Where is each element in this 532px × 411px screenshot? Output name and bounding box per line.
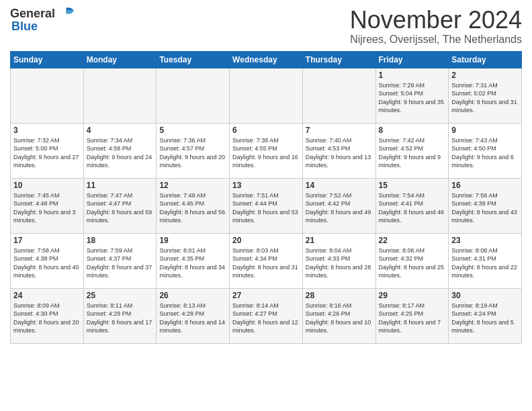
- logo-bird-icon: [56, 7, 75, 21]
- day-number: 29: [379, 291, 446, 300]
- month-title: November 2024: [350, 7, 522, 34]
- table-row: 5Sunrise: 7:36 AM Sunset: 4:57 PM Daylig…: [157, 123, 230, 178]
- day-info: Sunrise: 8:08 AM Sunset: 4:31 PM Dayligh…: [451, 246, 519, 280]
- table-row: 2Sunrise: 7:31 AM Sunset: 5:02 PM Daylig…: [449, 68, 522, 123]
- day-info: Sunrise: 7:32 AM Sunset: 5:00 PM Dayligh…: [13, 136, 81, 170]
- header-saturday: Saturday: [449, 51, 522, 68]
- logo: General Blue: [10, 7, 75, 34]
- table-row: 20Sunrise: 8:03 AM Sunset: 4:34 PM Dayli…: [230, 233, 303, 288]
- day-info: Sunrise: 7:49 AM Sunset: 4:45 PM Dayligh…: [159, 191, 226, 225]
- day-number: 19: [159, 236, 226, 245]
- day-info: Sunrise: 7:54 AM Sunset: 4:41 PM Dayligh…: [379, 191, 446, 225]
- table-row: [11, 68, 84, 123]
- day-number: 22: [379, 236, 446, 245]
- table-row: 4Sunrise: 7:34 AM Sunset: 4:58 PM Daylig…: [83, 123, 157, 178]
- day-number: 7: [306, 126, 373, 135]
- header-monday: Monday: [83, 51, 157, 68]
- day-info: Sunrise: 7:56 AM Sunset: 4:39 PM Dayligh…: [451, 191, 519, 225]
- table-row: 23Sunrise: 8:08 AM Sunset: 4:31 PM Dayli…: [449, 233, 522, 288]
- table-row: 27Sunrise: 8:14 AM Sunset: 4:27 PM Dayli…: [230, 288, 303, 343]
- day-info: Sunrise: 7:52 AM Sunset: 4:42 PM Dayligh…: [306, 191, 373, 225]
- day-info: Sunrise: 8:01 AM Sunset: 4:35 PM Dayligh…: [159, 246, 226, 280]
- calendar-week-row: 3Sunrise: 7:32 AM Sunset: 5:00 PM Daylig…: [11, 123, 522, 178]
- day-info: Sunrise: 8:04 AM Sunset: 4:33 PM Dayligh…: [306, 246, 373, 280]
- day-number: 20: [232, 236, 300, 245]
- calendar-week-row: 24Sunrise: 8:09 AM Sunset: 4:30 PM Dayli…: [11, 288, 522, 343]
- day-info: Sunrise: 7:31 AM Sunset: 5:02 PM Dayligh…: [451, 81, 519, 115]
- day-info: Sunrise: 7:59 AM Sunset: 4:37 PM Dayligh…: [87, 246, 154, 280]
- table-row: 29Sunrise: 8:17 AM Sunset: 4:25 PM Dayli…: [375, 288, 449, 343]
- day-number: 21: [306, 236, 373, 245]
- calendar-week-row: 1Sunrise: 7:29 AM Sunset: 5:04 PM Daylig…: [11, 68, 522, 123]
- table-row: 6Sunrise: 7:38 AM Sunset: 4:55 PM Daylig…: [230, 123, 303, 178]
- day-number: 2: [451, 71, 519, 80]
- day-info: Sunrise: 7:36 AM Sunset: 4:57 PM Dayligh…: [159, 136, 226, 170]
- day-info: Sunrise: 8:13 AM Sunset: 4:28 PM Dayligh…: [159, 302, 226, 335]
- day-info: Sunrise: 7:34 AM Sunset: 4:58 PM Dayligh…: [87, 136, 154, 170]
- location-subtitle: Nijrees, Overijssel, The Netherlands: [350, 34, 522, 46]
- title-section: November 2024 Nijrees, Overijssel, The N…: [350, 7, 522, 46]
- day-number: 30: [451, 291, 519, 300]
- day-info: Sunrise: 8:14 AM Sunset: 4:27 PM Dayligh…: [232, 302, 300, 335]
- day-number: 8: [379, 126, 446, 135]
- day-number: 9: [451, 126, 519, 135]
- day-info: Sunrise: 8:19 AM Sunset: 4:24 PM Dayligh…: [451, 302, 519, 335]
- table-row: 18Sunrise: 7:59 AM Sunset: 4:37 PM Dayli…: [83, 233, 157, 288]
- table-row: 21Sunrise: 8:04 AM Sunset: 4:33 PM Dayli…: [302, 233, 375, 288]
- day-number: 28: [306, 291, 373, 300]
- day-number: 4: [87, 126, 154, 135]
- day-number: 6: [232, 126, 300, 135]
- day-info: Sunrise: 8:09 AM Sunset: 4:30 PM Dayligh…: [13, 302, 81, 335]
- day-info: Sunrise: 7:45 AM Sunset: 4:48 PM Dayligh…: [13, 191, 81, 225]
- table-row: 22Sunrise: 8:06 AM Sunset: 4:32 PM Dayli…: [375, 233, 449, 288]
- day-number: 24: [13, 291, 81, 300]
- day-number: 18: [87, 236, 154, 245]
- table-row: [83, 68, 157, 123]
- calendar-week-row: 17Sunrise: 7:58 AM Sunset: 4:38 PM Dayli…: [11, 233, 522, 288]
- table-row: 8Sunrise: 7:42 AM Sunset: 4:52 PM Daylig…: [375, 123, 449, 178]
- table-row: 12Sunrise: 7:49 AM Sunset: 4:45 PM Dayli…: [157, 178, 230, 233]
- header-friday: Friday: [375, 51, 449, 68]
- table-row: 1Sunrise: 7:29 AM Sunset: 5:04 PM Daylig…: [375, 68, 449, 123]
- table-row: 7Sunrise: 7:40 AM Sunset: 4:53 PM Daylig…: [302, 123, 375, 178]
- day-number: 27: [232, 291, 300, 300]
- calendar-week-row: 10Sunrise: 7:45 AM Sunset: 4:48 PM Dayli…: [11, 178, 522, 233]
- header-thursday: Thursday: [302, 51, 375, 68]
- header: General Blue November 2024 Nijrees, Over…: [10, 7, 522, 46]
- table-row: 24Sunrise: 8:09 AM Sunset: 4:30 PM Dayli…: [11, 288, 84, 343]
- day-number: 10: [13, 181, 81, 190]
- day-info: Sunrise: 7:38 AM Sunset: 4:55 PM Dayligh…: [232, 136, 300, 170]
- table-row: 25Sunrise: 8:11 AM Sunset: 4:29 PM Dayli…: [83, 288, 157, 343]
- day-info: Sunrise: 8:16 AM Sunset: 4:26 PM Dayligh…: [306, 302, 373, 335]
- table-row: 16Sunrise: 7:56 AM Sunset: 4:39 PM Dayli…: [449, 178, 522, 233]
- table-row: 13Sunrise: 7:51 AM Sunset: 4:44 PM Dayli…: [230, 178, 303, 233]
- day-info: Sunrise: 8:03 AM Sunset: 4:34 PM Dayligh…: [232, 246, 300, 280]
- day-number: 13: [232, 181, 300, 190]
- header-sunday: Sunday: [11, 51, 84, 68]
- day-number: 23: [451, 236, 519, 245]
- table-row: 14Sunrise: 7:52 AM Sunset: 4:42 PM Dayli…: [302, 178, 375, 233]
- table-row: 9Sunrise: 7:43 AM Sunset: 4:50 PM Daylig…: [449, 123, 522, 178]
- day-info: Sunrise: 8:17 AM Sunset: 4:25 PM Dayligh…: [379, 302, 446, 335]
- day-number: 16: [451, 181, 519, 190]
- table-row: 26Sunrise: 8:13 AM Sunset: 4:28 PM Dayli…: [157, 288, 230, 343]
- table-row: [302, 68, 375, 123]
- day-number: 26: [159, 291, 226, 300]
- table-row: 3Sunrise: 7:32 AM Sunset: 5:00 PM Daylig…: [11, 123, 84, 178]
- table-row: 19Sunrise: 8:01 AM Sunset: 4:35 PM Dayli…: [157, 233, 230, 288]
- day-info: Sunrise: 7:29 AM Sunset: 5:04 PM Dayligh…: [379, 81, 446, 115]
- logo-blue-text: Blue: [11, 20, 38, 34]
- header-wednesday: Wednesday: [230, 51, 303, 68]
- day-number: 5: [159, 126, 226, 135]
- day-number: 25: [87, 291, 154, 300]
- day-number: 15: [379, 181, 446, 190]
- day-number: 12: [159, 181, 226, 190]
- table-row: 28Sunrise: 8:16 AM Sunset: 4:26 PM Dayli…: [302, 288, 375, 343]
- day-info: Sunrise: 7:51 AM Sunset: 4:44 PM Dayligh…: [232, 191, 300, 225]
- table-row: 17Sunrise: 7:58 AM Sunset: 4:38 PM Dayli…: [11, 233, 84, 288]
- day-info: Sunrise: 8:11 AM Sunset: 4:29 PM Dayligh…: [87, 302, 154, 335]
- day-info: Sunrise: 7:42 AM Sunset: 4:52 PM Dayligh…: [379, 136, 446, 170]
- day-number: 3: [13, 126, 81, 135]
- day-info: Sunrise: 7:40 AM Sunset: 4:53 PM Dayligh…: [306, 136, 373, 170]
- table-row: 10Sunrise: 7:45 AM Sunset: 4:48 PM Dayli…: [11, 178, 84, 233]
